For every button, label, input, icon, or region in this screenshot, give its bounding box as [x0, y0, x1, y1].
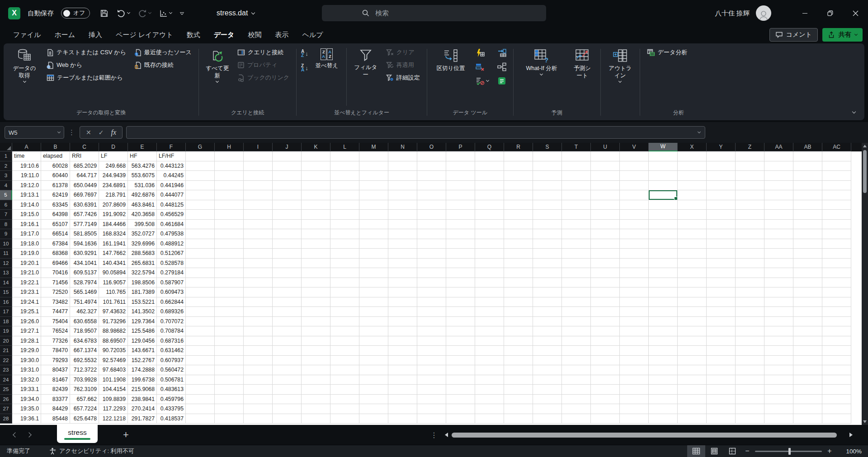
cell-D12[interactable]: 140.4341 — [99, 259, 128, 269]
cell-L17[interactable] — [330, 307, 359, 317]
cell-G13[interactable] — [186, 268, 215, 278]
cell-U10[interactable] — [591, 239, 620, 249]
cell-P10[interactable] — [446, 239, 475, 249]
cell-K11[interactable] — [302, 249, 330, 259]
search-box[interactable]: 検索 — [322, 5, 546, 21]
cell-D1[interactable]: LF — [99, 151, 128, 161]
cell-F24[interactable]: 0.506781 — [157, 375, 186, 385]
cell-D9[interactable]: 168.8324 — [99, 229, 128, 239]
cell-Q28[interactable] — [475, 414, 504, 424]
filter-button[interactable]: フィルター — [351, 46, 380, 79]
cell-P3[interactable] — [446, 171, 475, 181]
zoom-level[interactable]: 100% — [835, 448, 862, 455]
cell-D3[interactable]: 244.9439 — [99, 171, 128, 181]
cell-AA22[interactable] — [764, 356, 793, 366]
cell-S6[interactable] — [533, 200, 562, 210]
cell-L5[interactable] — [330, 190, 359, 200]
cell-H12[interactable] — [215, 259, 244, 269]
cell-B10[interactable]: 67384 — [41, 239, 70, 249]
cell-H11[interactable] — [215, 249, 244, 259]
cell-X7[interactable] — [678, 210, 707, 220]
cell-G19[interactable] — [186, 326, 215, 336]
cell-J14[interactable] — [273, 278, 302, 288]
cell-D21[interactable]: 90.72035 — [99, 346, 128, 356]
cell-Y7[interactable] — [707, 210, 736, 220]
cell-M25[interactable] — [359, 385, 388, 395]
cell-P9[interactable] — [446, 229, 475, 239]
cell-K6[interactable] — [302, 200, 330, 210]
cell-C4[interactable]: 650.0449 — [70, 181, 99, 191]
cell-A3[interactable]: 19:11.0 — [12, 171, 41, 181]
cell-X17[interactable] — [678, 307, 707, 317]
cell-X3[interactable] — [678, 171, 707, 181]
cell-B25[interactable]: 82439 — [41, 385, 70, 395]
cell-U14[interactable] — [591, 278, 620, 288]
cell-R3[interactable] — [504, 171, 533, 181]
cell-T11[interactable] — [562, 249, 591, 259]
cell-U9[interactable] — [591, 229, 620, 239]
cell-AB20[interactable] — [793, 336, 822, 346]
cell-B2[interactable]: 60028 — [41, 161, 70, 171]
cell-F2[interactable]: 0.443123 — [157, 161, 186, 171]
cell-O7[interactable] — [417, 210, 446, 220]
cell-AC19[interactable] — [822, 326, 851, 336]
cell-AB25[interactable] — [793, 385, 822, 395]
cell-Z24[interactable] — [736, 375, 764, 385]
cell-W15[interactable] — [649, 287, 678, 297]
cell-U15[interactable] — [591, 287, 620, 297]
cell-R15[interactable] — [504, 287, 533, 297]
cell-B20[interactable]: 77326 — [41, 336, 70, 346]
cell-C22[interactable]: 692.5532 — [70, 356, 99, 366]
row-header-11[interactable]: 11 — [0, 249, 12, 259]
cell-G27[interactable] — [186, 404, 215, 414]
cell-W13[interactable] — [649, 268, 678, 278]
cell-Y24[interactable] — [707, 375, 736, 385]
cell-F19[interactable]: 0.708784 — [157, 326, 186, 336]
cell-F10[interactable]: 0.488912 — [157, 239, 186, 249]
cell-Y1[interactable] — [707, 151, 736, 161]
cell-T28[interactable] — [562, 414, 591, 424]
cell-I20[interactable] — [244, 336, 273, 346]
cell-X5[interactable] — [678, 190, 707, 200]
cell-D5[interactable]: 218.791 — [99, 190, 128, 200]
cell-K4[interactable] — [302, 181, 330, 191]
cell-P20[interactable] — [446, 336, 475, 346]
cell-N10[interactable] — [388, 239, 417, 249]
cell-R22[interactable] — [504, 356, 533, 366]
cell-Q25[interactable] — [475, 385, 504, 395]
cell-AC14[interactable] — [822, 278, 851, 288]
cell-K7[interactable] — [302, 210, 330, 220]
cell-AC5[interactable] — [822, 190, 851, 200]
cell-R16[interactable] — [504, 297, 533, 307]
cell-Q9[interactable] — [475, 229, 504, 239]
cell-U12[interactable] — [591, 259, 620, 269]
cell-O3[interactable] — [417, 171, 446, 181]
cell-L6[interactable] — [330, 200, 359, 210]
cell-H9[interactable] — [215, 229, 244, 239]
cell-V22[interactable] — [620, 356, 649, 366]
row-header-16[interactable]: 16 — [0, 297, 12, 307]
cell-D6[interactable]: 207.8609 — [99, 200, 128, 210]
horizontal-scrollbar[interactable] — [452, 432, 846, 438]
cell-G16[interactable] — [186, 297, 215, 307]
cell-K24[interactable] — [302, 375, 330, 385]
cell-AB3[interactable] — [793, 171, 822, 181]
cell-O9[interactable] — [417, 229, 446, 239]
cell-R4[interactable] — [504, 181, 533, 191]
row-header-21[interactable]: 21 — [0, 346, 12, 356]
cell-X20[interactable] — [678, 336, 707, 346]
cell-A9[interactable]: 19:17.0 — [12, 229, 41, 239]
cell-AA4[interactable] — [764, 181, 793, 191]
cell-W17[interactable] — [649, 307, 678, 317]
tab-help[interactable]: ヘルプ — [295, 26, 330, 43]
cell-N25[interactable] — [388, 385, 417, 395]
cell-F13[interactable]: 0.279184 — [157, 268, 186, 278]
cell-C6[interactable]: 630.6391 — [70, 200, 99, 210]
cell-V11[interactable] — [620, 249, 649, 259]
cell-AA12[interactable] — [764, 259, 793, 269]
cell-N13[interactable] — [388, 268, 417, 278]
row-header-1[interactable]: 1 — [0, 151, 12, 161]
cell-G2[interactable] — [186, 161, 215, 171]
cell-K21[interactable] — [302, 346, 330, 356]
cell-Q21[interactable] — [475, 346, 504, 356]
